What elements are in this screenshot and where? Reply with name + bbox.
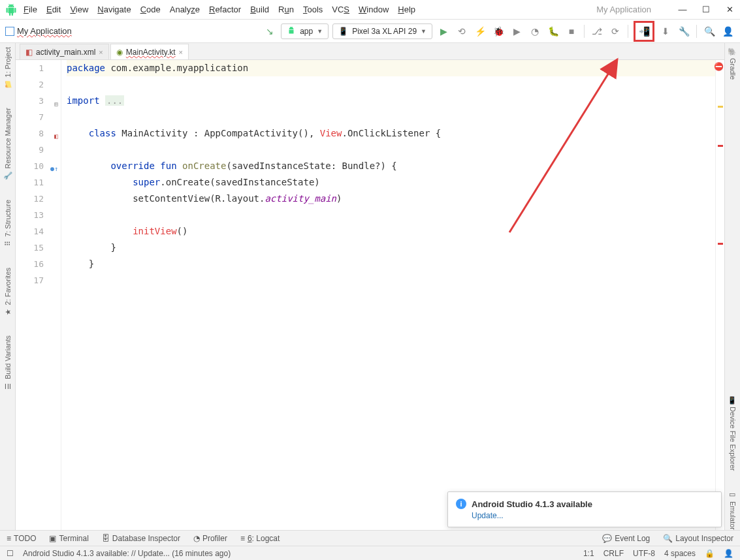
sidebar-structure[interactable]: ⠿7: Structure: [4, 200, 12, 248]
run-config-selector[interactable]: app ▼: [281, 23, 329, 39]
info-icon: i: [456, 499, 466, 509]
main-menu: File Edit View Navigate Code Analyze Ref…: [24, 5, 415, 14]
tab-mainactivity-kt[interactable]: ◉ MainActivity.kt ×: [110, 44, 189, 59]
terminal-icon: ▣: [49, 534, 56, 543]
dropdown-arrow-icon: ▼: [421, 28, 426, 35]
error-mark[interactable]: [718, 145, 723, 147]
menu-edit[interactable]: Edit: [46, 5, 61, 14]
git-button[interactable]: ⎇: [590, 24, 604, 39]
status-message[interactable]: Android Studio 4.1.3 available: // Updat…: [23, 549, 574, 558]
lock-icon[interactable]: 🔒: [705, 549, 715, 558]
phone-icon: 📱: [728, 396, 737, 404]
notification-update-link[interactable]: Update...: [472, 511, 713, 520]
apply-changes-button[interactable]: ⟲: [455, 24, 469, 39]
editor-tabs: ◧ activity_main.xml × ◉ MainActivity.kt …: [16, 43, 724, 60]
bottom-terminal[interactable]: ▣Terminal: [49, 534, 88, 543]
user-icon[interactable]: 👤: [720, 24, 735, 39]
notification-popup: i Android Studio 4.1.3 available Update.…: [447, 491, 722, 527]
bottom-toolbar: ≡TODO ▣Terminal 🗄Database Inspector ◔Pro…: [0, 530, 740, 546]
override-icon[interactable]: ●↑: [49, 161, 58, 170]
menu-file[interactable]: File: [24, 5, 37, 14]
window-close-button[interactable]: ✕: [724, 5, 735, 14]
folder-icon: 📁: [3, 80, 12, 89]
warning-mark[interactable]: [718, 106, 723, 108]
database-icon: 🗄: [102, 534, 110, 543]
close-icon[interactable]: ×: [99, 48, 103, 56]
class-icon: ◧: [49, 128, 58, 137]
debug-button[interactable]: 🐞: [491, 24, 506, 39]
bottom-profiler[interactable]: ◔Profiler: [193, 534, 227, 543]
statusbar: ☐ Android Studio 4.1.3 available: // Upd…: [0, 546, 740, 560]
sidebar-build-variants[interactable]: ☰Build Variants: [4, 335, 12, 390]
sidebar-device-explorer[interactable]: 📱Device File Explorer: [728, 396, 737, 471]
window-maximize-button[interactable]: ☐: [701, 5, 711, 14]
profiler-button[interactable]: ◔: [528, 24, 542, 39]
resource-icon: 🔧: [3, 172, 12, 181]
encoding[interactable]: UTF-8: [633, 549, 655, 558]
resource-manager-button[interactable]: 🔧: [677, 24, 691, 39]
menu-view[interactable]: View: [70, 5, 88, 14]
bottom-todo[interactable]: ≡TODO: [7, 534, 36, 543]
right-tool-sidebar: 🐘Gradle 📱Device File Explorer ▭Emulator: [724, 43, 740, 530]
titlebar: File Edit View Navigate Code Analyze Ref…: [0, 0, 740, 20]
apply-code-changes-button[interactable]: ⚡: [473, 24, 487, 39]
layout-inspector-icon: 🔍: [663, 534, 673, 543]
tab-label: MainActivity.kt: [126, 48, 176, 57]
sidebar-project[interactable]: 📁1: Project: [3, 47, 12, 88]
phone-icon: 📱: [338, 27, 348, 36]
bottom-event-log[interactable]: 💬Event Log: [602, 534, 650, 543]
indent[interactable]: 4 spaces: [664, 549, 696, 558]
android-icon: [5, 4, 17, 16]
device-selector[interactable]: 📱 Pixel 3a XL API 29 ▼: [332, 23, 432, 39]
device-value: Pixel 3a XL API 29: [352, 27, 417, 36]
menu-refactor[interactable]: Refactor: [209, 5, 241, 14]
code-body[interactable]: package com.example.myapplication import…: [61, 60, 715, 530]
gradle-icon: 🐘: [728, 47, 737, 55]
sync-button[interactable]: ⟳: [608, 24, 622, 39]
inspector-icon[interactable]: 👤: [724, 549, 733, 558]
menu-help[interactable]: Help: [398, 5, 415, 14]
coverage-button[interactable]: ▶: [509, 24, 524, 39]
menu-navigate[interactable]: Navigate: [97, 5, 131, 14]
list-icon: ≡: [7, 534, 11, 543]
stop-button[interactable]: ■: [564, 24, 579, 39]
highlighted-toolbar-button: 📲: [634, 21, 654, 42]
sidebar-resource-manager[interactable]: 🔧Resource Manager: [3, 108, 12, 180]
error-indicator-icon[interactable]: ⛔: [714, 62, 724, 71]
editor-area: ◧ activity_main.xml × ◉ MainActivity.kt …: [16, 43, 724, 530]
error-stripe[interactable]: ⛔: [715, 60, 724, 530]
menu-window[interactable]: Window: [359, 5, 389, 14]
variants-icon: ☰: [3, 383, 12, 390]
event-log-icon: 💬: [602, 534, 612, 543]
line-separator[interactable]: CRLF: [603, 549, 624, 558]
run-button[interactable]: ▶: [436, 24, 451, 39]
menu-code[interactable]: Code: [140, 5, 161, 14]
close-icon[interactable]: ×: [179, 48, 183, 56]
dropdown-arrow-icon: ▼: [317, 28, 323, 35]
left-tool-sidebar: 📁1: Project 🔧Resource Manager ⠿7: Struct…: [0, 43, 16, 530]
sdk-manager-button[interactable]: ⬇: [658, 24, 673, 39]
cursor-position[interactable]: 1:1: [583, 549, 594, 558]
avd-manager-button[interactable]: 📲: [637, 24, 651, 39]
menu-analyze[interactable]: Analyze: [170, 5, 200, 14]
menu-vcs[interactable]: VCS: [332, 5, 349, 14]
bottom-logcat[interactable]: ≡6: Logcat: [240, 534, 280, 543]
menu-tools[interactable]: Tools: [303, 5, 323, 14]
search-button[interactable]: 🔍: [702, 24, 716, 39]
attach-debugger-button[interactable]: 🐛: [546, 24, 560, 39]
menu-build[interactable]: Build: [250, 5, 269, 14]
sidebar-gradle[interactable]: 🐘Gradle: [728, 47, 737, 80]
code-editor[interactable]: 1237891011121314151617 ⊞ ◧ ●↑ package co…: [16, 60, 724, 530]
hammer-icon[interactable]: ↘: [263, 24, 277, 39]
menu-run[interactable]: Run: [278, 5, 294, 14]
error-mark[interactable]: [718, 243, 723, 245]
tab-activity-main-xml[interactable]: ◧ activity_main.xml ×: [20, 44, 109, 59]
breadcrumb[interactable]: My Application: [5, 26, 72, 36]
sidebar-emulator[interactable]: ▭Emulator: [728, 490, 737, 530]
bottom-database-inspector[interactable]: 🗄Database Inspector: [102, 534, 180, 543]
sidebar-favorites[interactable]: ★2: Favorites: [4, 268, 12, 316]
fold-icon[interactable]: ⊞: [49, 96, 58, 105]
bottom-layout-inspector[interactable]: 🔍Layout Inspector: [663, 534, 733, 543]
window-minimize-button[interactable]: —: [677, 5, 688, 14]
statusbar-icon[interactable]: ☐: [7, 549, 14, 558]
